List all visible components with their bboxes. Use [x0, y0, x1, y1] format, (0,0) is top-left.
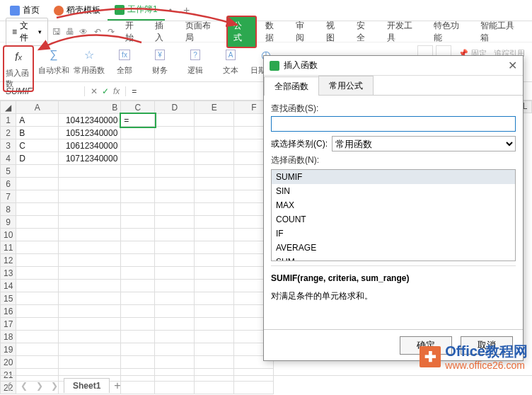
list-item[interactable]: MAX — [272, 198, 515, 212]
star-icon: ☆ — [79, 45, 99, 64]
close-icon[interactable]: ✕ — [508, 59, 517, 72]
dialog-tab-all[interactable]: 全部函数 — [264, 76, 319, 96]
add-sheet-button[interactable]: + — [114, 379, 120, 392]
fx-icon: fx — [8, 48, 28, 67]
table-row: 15 — [1, 292, 274, 305]
tab-home-label: 首页 — [23, 4, 40, 16]
tab-templates-label: 稻壳模板 — [66, 4, 100, 16]
table-row: 5 — [1, 165, 274, 178]
text-button[interactable]: A文本 — [215, 45, 246, 76]
fx-icon: fx — [115, 45, 134, 64]
common-fn-button[interactable]: ☆常用函数 — [74, 45, 105, 76]
tab-wb-dot: • — [165, 6, 176, 16]
sheet-tab-bar: ❮ ❮ ❯ ❯ Sheet1 + — [0, 375, 532, 395]
insert-function-button[interactable]: fx 插入函数 — [3, 45, 34, 92]
active-cell[interactable]: = — [121, 114, 155, 127]
watermark-icon: ✚ — [420, 346, 441, 367]
list-item[interactable]: IF — [272, 227, 515, 241]
search-input[interactable] — [271, 116, 516, 132]
table-row: 2B10512340000 — [1, 127, 274, 139]
table-row: 8 — [1, 203, 274, 216]
table-row: 14 — [1, 280, 274, 292]
category-label: 或选择类别(C): — [271, 138, 328, 150]
function-description: 对满足条件的单元格求和。 — [271, 290, 516, 302]
watermark: ✚ Office教程网 www.office26.com — [420, 342, 528, 371]
undo-icon[interactable]: ↶ — [92, 26, 103, 38]
table-row: 16 — [1, 305, 274, 318]
dialog-titlebar[interactable]: 插入函数 ✕ — [264, 56, 523, 76]
redo-icon[interactable]: ↷ — [105, 26, 116, 38]
autosum-button[interactable]: ∑自动求和 — [38, 45, 69, 76]
table-row: 12 — [1, 254, 274, 267]
print-icon[interactable]: 🖶 — [64, 26, 75, 38]
table-row: 10 — [1, 229, 274, 241]
col-header[interactable]: C — [121, 101, 155, 114]
table-row: 19 — [1, 343, 274, 356]
category-select[interactable]: 常用函数 — [332, 136, 516, 151]
sigma-icon: ∑ — [44, 45, 64, 64]
watermark-brand: Office教程网 — [445, 343, 528, 359]
finance-button[interactable]: ¥财务 — [144, 45, 175, 76]
new-tab-button[interactable]: + — [176, 4, 197, 17]
accept-formula-icon[interactable]: ✓ — [102, 86, 109, 96]
list-item[interactable]: SIN — [272, 184, 515, 198]
table-row: 11 — [1, 241, 274, 254]
list-item[interactable]: AVERAGE — [272, 241, 515, 255]
select-all-corner[interactable]: ◢ — [1, 101, 16, 114]
sheet-tab[interactable]: Sheet1 — [64, 378, 110, 393]
logic-button[interactable]: ?逻辑 — [180, 45, 211, 76]
sheet-nav-icons[interactable]: ❮ ❮ ❯ ❯ — [6, 381, 61, 391]
fx-bar-icon[interactable]: fx — [113, 86, 120, 96]
file-menu[interactable]: ≡ 文件 ▾ — [6, 18, 48, 46]
col-header[interactable]: A — [16, 101, 59, 114]
select-fn-label: 选择函数(N): — [271, 154, 516, 166]
dialog-title: 插入函数 — [284, 59, 318, 71]
save-icon[interactable]: 🖫 — [51, 26, 62, 38]
logic-icon: ? — [185, 45, 205, 64]
list-item[interactable]: COUNT — [272, 212, 515, 227]
col-header[interactable]: E — [195, 101, 234, 114]
table-row: 3C10612340000 — [1, 139, 274, 152]
preview-icon[interactable]: 👁 — [79, 26, 89, 38]
app-icon — [270, 61, 279, 71]
table-row: 9 — [1, 216, 274, 229]
tab-workbook-label: 工作簿1 — [127, 4, 158, 16]
menu-bar: ≡ 文件 ▾ 🖫 🖶 👁 ↶ ↷ 开始 插入 页面布局 公式 数据 审阅 视图 … — [0, 21, 532, 42]
search-label: 查找函数(S): — [271, 103, 516, 115]
table-row: 13 — [1, 267, 274, 280]
cancel-formula-icon[interactable]: ✕ — [91, 86, 98, 96]
insert-function-dialog: 插入函数 ✕ 全部函数 常用公式 查找函数(S): 或选择类别(C): 常用函数… — [263, 55, 524, 361]
text-icon: A — [221, 45, 241, 64]
all-fn-button[interactable]: fx全部 — [109, 45, 140, 76]
table-row: 20 — [1, 356, 274, 369]
table-row: 18 — [1, 331, 274, 343]
table-row: 7 — [1, 190, 274, 203]
table-row: 17 — [1, 318, 274, 331]
list-item[interactable]: SUM — [272, 255, 515, 261]
table-row: 6 — [1, 178, 274, 190]
table-row: 1A10412340000= — [1, 114, 274, 127]
list-item[interactable]: SUMIF — [272, 170, 515, 184]
col-header[interactable]: B — [59, 101, 121, 114]
spreadsheet-grid[interactable]: ◢ A B C D E F 1A10412340000= 2B105123400… — [0, 101, 274, 394]
dialog-tab-common[interactable]: 常用公式 — [318, 76, 374, 95]
tab-templates[interactable]: 稻壳模板 — [47, 1, 108, 21]
table-row: 4D10712340000 — [1, 152, 274, 165]
function-signature: SUMIF(range, criteria, sum_range) — [271, 273, 516, 283]
finance-icon: ¥ — [150, 45, 170, 64]
col-header[interactable]: D — [155, 101, 195, 114]
function-list[interactable]: SUMIF SIN MAX COUNT IF AVERAGE SUM — [271, 169, 516, 261]
watermark-url: www.office26.com — [445, 360, 528, 371]
